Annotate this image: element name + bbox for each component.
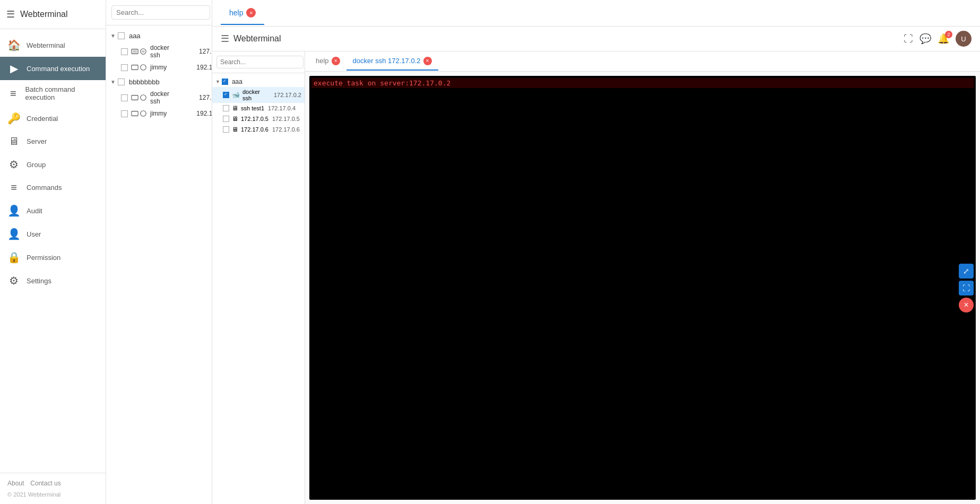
sidebar-item-server[interactable]: 🖥 Server <box>0 130 106 153</box>
sidebar-item-credential[interactable]: 🔑 Credential <box>0 107 106 130</box>
lt-cb-sshtest1-172-4[interactable] <box>223 105 229 111</box>
left-tree-search-input[interactable] <box>216 56 303 68</box>
group-name-aaa: aaa <box>129 32 141 40</box>
user-icon: 👤 <box>7 228 20 240</box>
sidebar-item-webterminal[interactable]: 🏠 Webterminal <box>0 33 106 57</box>
lt-icon-172-6: 🖥 <box>232 126 238 133</box>
lt-group-name-aaa: aaa <box>232 78 242 85</box>
lt-ip-docker-172-2: 172.17.0.2 <box>274 92 301 98</box>
lt-icon-docker-172-2: 🐋 <box>232 91 240 99</box>
sidebar-label-command-execution: Command execution <box>27 65 90 73</box>
mid-panel: 🔍 ▼ aaa docker ssh 127.0.0.1 <box>106 0 212 504</box>
footer-links: About Contact us <box>7 480 98 487</box>
terminal-output: execute task on server:172.17.0.2 <box>309 76 976 90</box>
svg-rect-1 <box>133 50 137 53</box>
inner-menu-icon[interactable]: ☰ <box>221 33 229 45</box>
terminal-tab-close-docker-ssh[interactable]: × <box>423 57 432 65</box>
sidebar-label-credential: Credential <box>27 115 58 123</box>
item-checkbox-aaa-docker[interactable] <box>121 48 128 55</box>
group-checkbox-bbbbbbbb[interactable] <box>118 79 125 85</box>
fullscreen-button[interactable]: ⛶ <box>904 33 913 45</box>
sidebar-label-server: Server <box>27 137 47 145</box>
commands-icon: ≡ <box>7 181 20 194</box>
item-name-aaa-jimmy: jimmy <box>150 64 167 71</box>
sidebar-header: ☰ Webterminal <box>0 0 106 29</box>
terminal-tab-close-help[interactable]: × <box>332 57 340 65</box>
inner-header: ☰ Webterminal ⛶ 💬 🔔 2 U <box>212 27 980 51</box>
left-tree-content: ▼ aaa 🐋 docker ssh 172.17.0.2 🖥 ssh test… <box>212 73 305 504</box>
svg-point-5 <box>141 65 146 71</box>
svg-rect-8 <box>132 111 138 116</box>
tab-help[interactable]: help × <box>221 2 264 25</box>
user-avatar[interactable]: U <box>956 31 972 47</box>
sidebar-label-webterminal: Webterminal <box>27 41 65 49</box>
sidebar: ☰ Webterminal 🏠 Webterminal ▶ Command ex… <box>0 0 106 504</box>
sidebar-item-audit[interactable]: 👤 Audit <box>0 199 106 222</box>
terminal-expand-button[interactable]: ⤢ <box>959 264 974 279</box>
svg-point-9 <box>141 111 146 117</box>
copyright: © 2021 Webterminal <box>7 491 98 498</box>
lt-item-172-6[interactable]: 🖥 172.17.0.6 172.17.0.6 <box>212 124 305 135</box>
key-icon: 🔑 <box>7 112 20 125</box>
group-name-bbbbbbbb: bbbbbbbb <box>129 78 160 86</box>
lt-ip-172-6: 172.17.0.6 <box>272 126 300 133</box>
sidebar-item-group[interactable]: ⚙ Group <box>0 153 106 176</box>
sidebar-item-permission[interactable]: 🔒 Permission <box>0 246 106 269</box>
mid-tree-container: ▼ aaa docker ssh 127.0.0.1 <box>106 25 212 504</box>
lt-item-172-5[interactable]: 🖥 172.17.0.5 172.17.0.5 <box>212 114 305 124</box>
terminal-body[interactable]: execute task on server:172.17.0.2 ⤢ ⛶ × <box>309 76 976 500</box>
lt-group-header-aaa[interactable]: ▼ aaa <box>212 76 305 87</box>
left-tree-search-bar: 🔍 <box>212 51 305 73</box>
lt-cb-docker-172-2[interactable] <box>223 92 229 98</box>
lt-item-docker-172-2[interactable]: 🐋 docker ssh 172.17.0.2 <box>212 87 305 103</box>
sidebar-item-command-execution[interactable]: ▶ Command execution <box>0 57 106 80</box>
item-name-aaa-docker: docker ssh <box>150 44 169 59</box>
terminal-tab-docker-ssh[interactable]: docker ssh 172.17.0.2 × <box>346 53 438 71</box>
sidebar-item-commands[interactable]: ≡ Commands <box>0 176 106 199</box>
sidebar-item-batch-command[interactable]: ≡ Batch command execution <box>0 80 106 107</box>
sidebar-label-commands: Commands <box>27 184 62 192</box>
sidebar-item-settings[interactable]: ⚙ Settings <box>0 269 106 292</box>
terminal-tab-help[interactable]: help × <box>309 53 346 71</box>
terminal-fullscreen-button[interactable]: ⛶ <box>959 281 974 296</box>
tree-item-bbb-jimmy[interactable]: jimmy 192.168.18.10 <box>106 107 212 120</box>
sidebar-label-settings: Settings <box>27 277 51 285</box>
tree-item-aaa-docker[interactable]: docker ssh 127.0.0.1 <box>106 42 212 61</box>
lt-cb-172-6[interactable] <box>223 126 229 133</box>
item-ip-bbb-jimmy: 192.168.18.10 <box>173 110 212 117</box>
sidebar-label-user: User <box>27 230 41 238</box>
tabs-bar: help × <box>212 0 980 27</box>
inner-header-right: ⛶ 💬 🔔 2 U <box>904 31 972 47</box>
list-icon: ≡ <box>7 88 19 100</box>
item-checkbox-bbb-docker[interactable] <box>121 94 128 101</box>
terminal-tab-label-help: help <box>316 57 329 65</box>
tree-item-aaa-jimmy[interactable]: jimmy 192.168.18.10 <box>106 61 212 74</box>
tree-group-header-bbbbbbbb[interactable]: ▼ bbbbbbbb <box>106 76 212 88</box>
lt-group-cb-aaa[interactable] <box>222 79 228 85</box>
lt-cb-172-5[interactable] <box>223 116 229 122</box>
chat-button[interactable]: 💬 <box>920 33 931 45</box>
mid-search-input[interactable] <box>111 5 210 20</box>
about-link[interactable]: About <box>7 480 24 487</box>
terminal-close-button[interactable]: × <box>959 298 974 312</box>
main-content: help × ☰ Webterminal ⛶ 💬 🔔 2 U 🔍 <box>212 0 980 504</box>
tab-close-help[interactable]: × <box>246 8 256 18</box>
tree-item-bbb-docker[interactable]: docker ssh 127.0.0.1 <box>106 88 212 107</box>
terminal-tabs: help × docker ssh 172.17.0.2 × <box>305 51 980 72</box>
item-checkbox-bbb-jimmy[interactable] <box>121 110 128 117</box>
item-name-bbb-docker: docker ssh <box>150 90 169 105</box>
home-icon: 🏠 <box>7 39 20 51</box>
group-checkbox-aaa[interactable] <box>118 32 125 39</box>
lt-name-sshtest1: ssh test1 <box>241 105 264 111</box>
notification-button[interactable]: 🔔 2 <box>938 33 949 45</box>
lt-item-sshtest1-172-4[interactable]: 🖥 ssh test1 172.17.0.4 <box>212 103 305 114</box>
hamburger-icon[interactable]: ☰ <box>6 8 15 20</box>
contact-link[interactable]: Contact us <box>30 480 60 487</box>
tree-group-header-aaa[interactable]: ▼ aaa <box>106 30 212 42</box>
item-checkbox-aaa-jimmy[interactable] <box>121 64 128 71</box>
sidebar-footer: About Contact us © 2021 Webterminal <box>0 473 106 504</box>
lt-ip-sshtest1: 172.17.0.4 <box>268 105 296 111</box>
lt-icon-sshtest1: 🖥 <box>232 105 238 112</box>
sidebar-item-user[interactable]: 👤 User <box>0 222 106 246</box>
float-buttons: ⤢ ⛶ × <box>957 262 976 315</box>
